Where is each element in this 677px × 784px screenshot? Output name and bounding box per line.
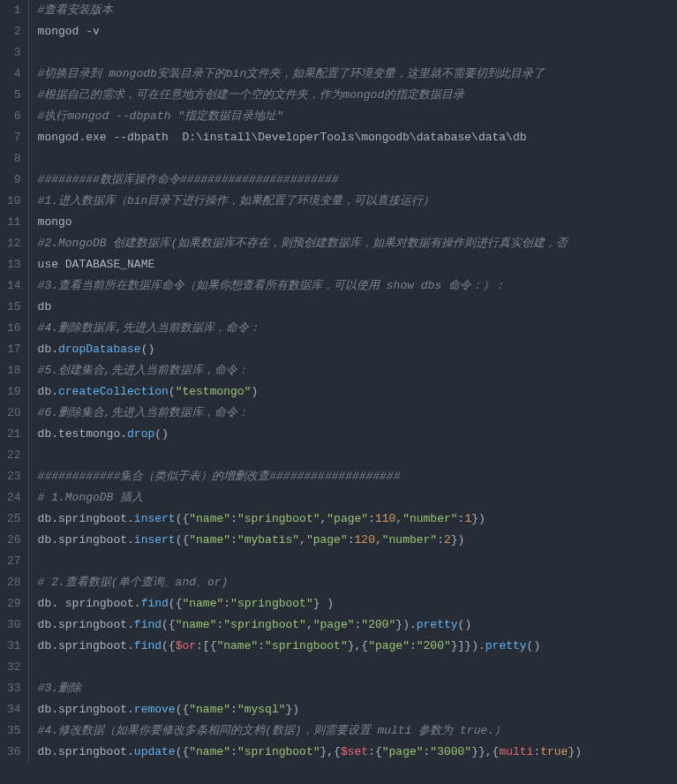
token-func: remove bbox=[134, 703, 176, 716]
token-string: "number" bbox=[382, 533, 437, 547]
token-string: "name" bbox=[189, 533, 230, 547]
token-string: "name" bbox=[216, 639, 258, 652]
line-number: 10 bbox=[7, 191, 21, 212]
code-line: db.testmongo.drop() bbox=[38, 424, 677, 445]
code-line: db.springboot.find({"name":"springboot",… bbox=[38, 614, 677, 636]
token-string: "mysql" bbox=[237, 703, 286, 716]
token-string: "page" bbox=[327, 512, 368, 525]
token-string: "200" bbox=[417, 639, 451, 652]
code-line: # 1.MongoDB 插入 bbox=[38, 487, 677, 509]
token-plain: : bbox=[437, 533, 444, 547]
token-plain: db.springboot. bbox=[38, 533, 134, 547]
code-line: db.springboot.insert({"name":"springboot… bbox=[38, 509, 677, 530]
line-number: 30 bbox=[7, 614, 21, 636]
token-comment: #4.删除数据库,先进入当前数据库，命令： bbox=[38, 321, 260, 335]
token-func: find bbox=[134, 639, 162, 652]
token-comment: #6.删除集合,先进入当前数据库，命令： bbox=[38, 406, 249, 419]
token-plain: }) bbox=[568, 745, 582, 758]
line-number: 14 bbox=[7, 275, 21, 297]
code-line: # 2.查看数据(单个查询、and、or) bbox=[38, 572, 677, 593]
line-number: 17 bbox=[7, 339, 21, 360]
token-string: "name" bbox=[189, 745, 230, 758]
line-number: 33 bbox=[7, 678, 21, 699]
token-string: "200" bbox=[361, 618, 395, 631]
code-line: mongod.exe --dbpath D:\install\Developer… bbox=[38, 127, 677, 148]
code-line: #6.删除集合,先进入当前数据库，命令： bbox=[38, 403, 677, 424]
code-line: #1.进入数据库（bin目录下进行操作，如果配置了环境变量，可以直接运行） bbox=[38, 191, 677, 212]
token-func: find bbox=[141, 597, 169, 610]
token-plain: }},{ bbox=[471, 745, 499, 758]
code-line bbox=[38, 445, 677, 466]
code-line: #2.MongoDB 创建数据库(如果数据库不存在，则预创建数据库，如果对数据有… bbox=[38, 233, 677, 254]
line-number: 12 bbox=[7, 233, 21, 254]
token-plain: : bbox=[223, 597, 230, 610]
token-plain: db bbox=[38, 300, 52, 313]
token-plain: }) bbox=[451, 533, 465, 547]
code-content: #查看安装版本mongod -v #切换目录到 mongodb安装目录下的bin… bbox=[29, 0, 677, 763]
line-number: 28 bbox=[7, 572, 21, 593]
line-number: 29 bbox=[7, 593, 21, 614]
line-number: 34 bbox=[7, 699, 21, 720]
line-number: 1 bbox=[7, 0, 21, 21]
token-plain: : bbox=[368, 512, 375, 525]
token-comment: # 1.MongoDB 插入 bbox=[38, 491, 144, 504]
token-string: "springboot" bbox=[265, 639, 348, 652]
line-number: 31 bbox=[7, 636, 21, 657]
token-plain: : bbox=[348, 533, 355, 547]
line-number: 9 bbox=[7, 170, 21, 191]
token-plain: ) bbox=[251, 385, 258, 398]
token-plain: } ) bbox=[313, 597, 334, 610]
token-string: "page" bbox=[306, 533, 348, 547]
token-number: 110 bbox=[375, 512, 395, 525]
token-comment: # 2.查看数据(单个查询、and、or) bbox=[38, 576, 229, 589]
token-plain: : bbox=[410, 639, 417, 652]
token-plain: : bbox=[230, 533, 237, 547]
token-func: update bbox=[134, 745, 176, 758]
token-func: find bbox=[134, 618, 162, 631]
token-string: "3000" bbox=[430, 745, 471, 758]
token-plain: db.springboot. bbox=[38, 618, 134, 631]
token-comment: #2.MongoDB 创建数据库(如果数据库不存在，则预创建数据库，如果对数据有… bbox=[38, 237, 568, 250]
token-plain: ({ bbox=[169, 597, 183, 610]
line-number-gutter: 1234567891011121314151617181920212223242… bbox=[0, 0, 29, 763]
token-plain: db.springboot. bbox=[38, 512, 134, 525]
code-line bbox=[38, 657, 677, 678]
code-line: #5.创建集合,先进入当前数据库，命令： bbox=[38, 360, 677, 381]
token-prop: $or bbox=[176, 639, 196, 652]
code-line bbox=[38, 551, 677, 572]
token-comment: #########数据库操作命令####################### bbox=[38, 173, 339, 186]
code-line: db bbox=[38, 297, 677, 318]
token-string: "page" bbox=[368, 639, 410, 652]
token-comment: #3.删除 bbox=[38, 682, 81, 695]
token-prop: multi bbox=[499, 745, 533, 758]
token-plain: },{ bbox=[348, 639, 368, 652]
token-plain: ( bbox=[169, 385, 176, 398]
token-plain: ({ bbox=[176, 745, 190, 758]
token-string: "name" bbox=[189, 703, 230, 716]
token-plain: db.springboot. bbox=[38, 703, 134, 716]
line-number: 32 bbox=[7, 657, 21, 678]
token-string: "page" bbox=[382, 745, 424, 758]
token-plain: db.springboot. bbox=[38, 745, 134, 758]
line-number: 26 bbox=[7, 530, 21, 551]
token-string: "mybatis" bbox=[237, 533, 299, 547]
code-line: #查看安装版本 bbox=[38, 0, 677, 21]
token-plain: ({ bbox=[176, 512, 190, 525]
token-plain: () bbox=[527, 639, 541, 652]
token-plain: mongo bbox=[38, 215, 72, 229]
token-plain: mongod -v bbox=[38, 25, 100, 38]
code-line: #执行mongod --dbpath "指定数据目录地址" bbox=[38, 106, 677, 127]
line-number: 25 bbox=[7, 509, 21, 530]
token-func: pretty bbox=[485, 639, 527, 652]
token-plain: ({ bbox=[176, 533, 190, 547]
token-plain: }) bbox=[471, 512, 485, 525]
token-plain: : bbox=[230, 703, 237, 716]
token-plain: () bbox=[141, 343, 155, 356]
line-number: 15 bbox=[7, 297, 21, 318]
token-plain: }) bbox=[285, 703, 299, 716]
token-plain: ({ bbox=[162, 639, 176, 652]
line-number: 19 bbox=[7, 381, 21, 403]
token-plain: () bbox=[458, 618, 472, 631]
line-number: 16 bbox=[7, 318, 21, 339]
token-plain: ({ bbox=[176, 703, 190, 716]
